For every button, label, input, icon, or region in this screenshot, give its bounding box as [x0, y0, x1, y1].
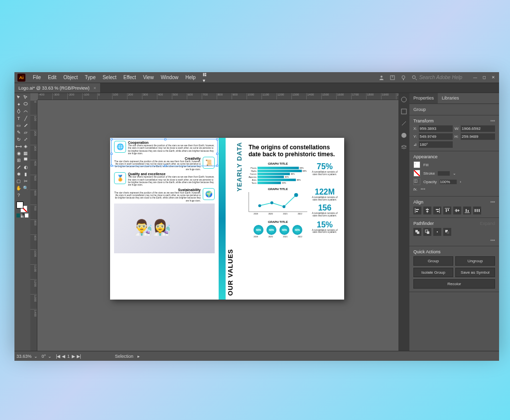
shape-builder-tool[interactable]: ◉ — [15, 150, 22, 156]
stroke-weight[interactable] — [438, 171, 450, 176]
align-left[interactable] — [413, 207, 421, 214]
symbols-panel-icon[interactable] — [400, 132, 407, 139]
minimize-button[interactable]: — — [471, 75, 479, 80]
more-icon[interactable]: ••• — [491, 118, 495, 123]
qa-save-symbol[interactable]: Save as Symbol — [455, 268, 495, 277]
blend-tool[interactable]: ◐ — [22, 164, 29, 170]
pathfinder-unite[interactable] — [413, 228, 421, 236]
pathfinder-intersect[interactable] — [433, 228, 441, 236]
column-graph-tool[interactable]: ▮ — [22, 171, 29, 177]
artboard-tool[interactable]: ▢ — [15, 178, 22, 184]
tab-libraries[interactable]: Libraries — [438, 93, 463, 104]
shaper-tool[interactable]: ✎ — [15, 129, 22, 135]
menu-effect[interactable]: Effect — [120, 75, 139, 80]
search-box[interactable]: Search Adobe Help — [411, 75, 462, 81]
line-tool[interactable]: ╱ — [22, 115, 29, 121]
fill-swatch[interactable] — [16, 202, 23, 209]
align-top[interactable] — [443, 207, 451, 214]
align-hcenter[interactable] — [423, 207, 431, 214]
mesh-tool[interactable]: ⊞ — [15, 157, 22, 163]
tab-close-icon[interactable]: × — [94, 86, 96, 91]
opacity-swatch[interactable]: ◫ — [413, 178, 420, 185]
brushes-panel-icon[interactable] — [400, 120, 407, 127]
value-title: Quality and excellence — [128, 172, 215, 176]
rotate-tool[interactable]: ↻ — [15, 136, 22, 142]
color-swatches[interactable] — [15, 201, 29, 218]
qa-ungroup[interactable]: Ungroup — [455, 256, 495, 266]
free-transform-tool[interactable]: ◈ — [22, 143, 29, 149]
user-icon[interactable] — [379, 75, 384, 81]
toggle-fill-stroke[interactable]: ? — [15, 192, 22, 198]
qa-recolor[interactable]: Recolor — [413, 279, 495, 289]
magic-wand-tool[interactable]: ✦ — [15, 101, 22, 107]
pathfinder-minus[interactable] — [423, 228, 431, 236]
scale-tool[interactable]: ⤢ — [22, 136, 29, 142]
stroke-dropdown[interactable]: ⌄ — [453, 171, 456, 176]
lasso-tool[interactable] — [22, 101, 29, 107]
align-vcenter[interactable] — [453, 207, 461, 214]
eyedropper-tool[interactable] — [15, 164, 22, 170]
perspective-tool[interactable]: ▦ — [22, 150, 29, 156]
qa-group[interactable]: Group — [413, 256, 453, 266]
color-panel-icon[interactable] — [400, 96, 407, 103]
more-icon[interactable]: ••• — [491, 200, 495, 205]
width-tool[interactable]: ⟷ — [15, 143, 22, 149]
opacity-dropdown[interactable]: › — [460, 180, 461, 184]
canvas[interactable]: -400-300-200-100010020030040050060070080… — [30, 93, 398, 351]
zoom-level[interactable]: 33.63% ⌄ — [16, 354, 38, 359]
transform-y[interactable] — [419, 133, 453, 140]
align-right[interactable] — [433, 207, 441, 214]
menu-help[interactable]: Help — [182, 75, 199, 80]
fill-swatch[interactable]: ? — [413, 161, 420, 168]
rectangle-tool[interactable]: ▭ — [15, 122, 22, 128]
type-tool[interactable]: T — [15, 115, 22, 121]
stroke-swatch[interactable] — [413, 170, 420, 177]
selection-tool[interactable] — [15, 94, 22, 101]
menu-edit[interactable]: Edit — [44, 75, 60, 80]
swatch-none[interactable] — [25, 213, 28, 217]
selection-arrow[interactable]: ▸ — [137, 354, 140, 359]
paintbrush-tool[interactable] — [22, 122, 29, 128]
gradient-tool[interactable]: ▀ — [22, 157, 29, 163]
pathfinder-exclude[interactable] — [443, 228, 451, 236]
expand-button[interactable]: Expand — [480, 221, 495, 226]
close-button[interactable]: ✕ — [489, 75, 497, 80]
zoom-tool[interactable]: 🔍 — [22, 185, 29, 191]
align-bottom[interactable] — [463, 207, 471, 214]
menu-type[interactable]: Type — [81, 75, 99, 80]
pen-tool[interactable] — [15, 108, 22, 114]
transform-angle[interactable] — [419, 141, 453, 148]
qa-isolate[interactable]: Isolate Group — [413, 268, 453, 277]
slice-tool[interactable]: ✂ — [22, 178, 29, 184]
distribute-h[interactable] — [473, 207, 481, 214]
share-icon[interactable] — [389, 75, 395, 81]
bulb-icon[interactable] — [400, 75, 406, 81]
rotate-view[interactable]: 0° ⌄ — [42, 354, 52, 359]
transform-h[interactable] — [461, 133, 495, 140]
direct-selection-tool[interactable] — [22, 94, 29, 101]
tab-properties[interactable]: Properties — [409, 93, 438, 104]
menu-view[interactable]: View — [139, 75, 157, 80]
transform-w[interactable] — [461, 125, 495, 132]
statusbar: 33.63% ⌄ 0° ⌄ |◀ ◀ 1 ▶ ▶| Selection ▸ — [14, 351, 499, 361]
arrange-docs-icon[interactable]: ▾ — [199, 72, 210, 83]
opacity-input[interactable] — [440, 180, 457, 184]
menu-file[interactable]: File — [29, 75, 44, 80]
maximize-button[interactable]: ◻ — [480, 75, 488, 80]
transform-x[interactable] — [419, 125, 453, 132]
more-icon[interactable]: ••• — [420, 187, 425, 192]
doc-tab[interactable]: Logo.ai* @ 33.63 % (RGB/Preview) × — [14, 83, 100, 93]
swatches-panel-icon[interactable] — [400, 108, 407, 115]
swatch-gradient[interactable] — [21, 213, 24, 217]
menu-window[interactable]: Window — [157, 75, 182, 80]
menu-select[interactable]: Select — [99, 75, 120, 80]
symbol-sprayer-tool[interactable]: ✱ — [15, 171, 22, 177]
eraser-tool[interactable]: ▱ — [22, 129, 29, 135]
menu-object[interactable]: Object — [60, 75, 81, 80]
artboard-nav[interactable]: |◀ ◀ 1 ▶ ▶| — [56, 354, 81, 359]
layers-panel-icon[interactable] — [400, 144, 407, 151]
curvature-tool[interactable] — [22, 108, 29, 114]
swatch-color[interactable] — [16, 213, 20, 217]
hand-tool[interactable]: ✋ — [15, 185, 22, 191]
more-icon[interactable]: ••• — [491, 238, 495, 243]
